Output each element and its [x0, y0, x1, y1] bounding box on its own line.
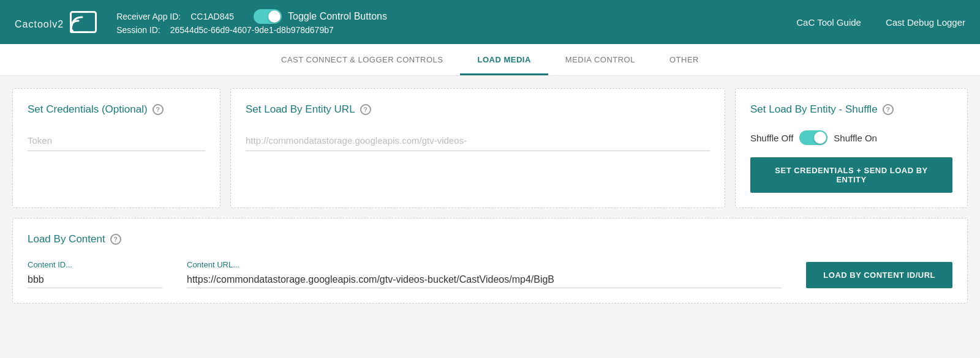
shuffle-toggle[interactable]: [799, 130, 827, 145]
shuffle-card-title: Set Load By Entity - Shuffle ?: [750, 103, 952, 116]
header-nav: CaC Tool Guide Cast Debug Logger: [796, 17, 965, 28]
cac-tool-guide-link[interactable]: CaC Tool Guide: [796, 17, 861, 28]
content-url-label: Content URL...: [187, 260, 782, 269]
toggle-label: Toggle Control Buttons: [288, 11, 387, 22]
content-id-value[interactable]: bbb: [28, 272, 162, 288]
shuffle-card: Set Load By Entity - Shuffle ? Shuffle O…: [735, 88, 968, 208]
toggle-control-buttons[interactable]: [254, 9, 282, 24]
tab-media-control[interactable]: MEDIA CONTROL: [548, 44, 652, 75]
session-label: Session ID:: [116, 25, 160, 35]
shuffle-help-icon[interactable]: ?: [883, 104, 894, 115]
cast-debug-logger-link[interactable]: Cast Debug Logger: [886, 17, 965, 28]
load-content-button[interactable]: LOAD BY CONTENT ID/URL: [806, 262, 952, 288]
entity-url-input[interactable]: [246, 130, 710, 151]
entity-url-help-icon[interactable]: ?: [360, 104, 371, 115]
load-content-card: Load By Content ? Content ID... bbb Cont…: [12, 218, 968, 304]
logo: Cactoolv2: [15, 11, 97, 33]
tab-cast-connect[interactable]: CAST CONNECT & LOGGER CONTROLS: [264, 44, 460, 75]
content-fields-row: Content ID... bbb Content URL... https:/…: [28, 260, 952, 288]
svg-point-1: [70, 29, 74, 33]
credentials-card: Set Credentials (Optional) ?: [12, 88, 221, 208]
shuffle-on-label: Shuffle On: [834, 133, 877, 143]
main-content: Set Credentials (Optional) ? Set Load By…: [0, 76, 980, 316]
credentials-help-icon[interactable]: ?: [153, 104, 164, 115]
content-id-group: Content ID... bbb: [28, 260, 162, 288]
receiver-app-id: CC1AD845: [190, 12, 234, 21]
logo-text: Cactoolv2: [15, 12, 64, 32]
entity-url-card-title: Set Load By Entity URL ?: [246, 103, 710, 116]
tab-other[interactable]: OTHER: [652, 44, 716, 75]
credentials-card-title: Set Credentials (Optional) ?: [28, 103, 205, 116]
top-cards-row: Set Credentials (Optional) ? Set Load By…: [12, 88, 968, 208]
session-id: 26544d5c-66d9-4607-9de1-d8b978d679b7: [170, 25, 334, 35]
content-url-group: Content URL... https://commondatastorage…: [187, 260, 782, 288]
app-header: Cactoolv2 Receiver App ID: CC1AD845 Togg…: [0, 0, 980, 44]
session-row: Session ID: 26544d5c-66d9-4607-9de1-d8b9…: [116, 25, 796, 35]
receiver-app-row: Receiver App ID: CC1AD845 Toggle Control…: [116, 9, 796, 24]
receiver-app-label: Receiver App ID:: [116, 12, 181, 21]
cast-icon: [70, 11, 97, 33]
tab-load-media[interactable]: LOAD MEDIA: [460, 44, 548, 75]
shuffle-toggle-row: Shuffle Off Shuffle On: [750, 130, 952, 145]
header-info: Receiver App ID: CC1AD845 Toggle Control…: [116, 9, 796, 35]
toggle-section: Toggle Control Buttons: [254, 9, 387, 24]
content-url-value[interactable]: https://commondatastorage.googleapis.com…: [187, 272, 782, 288]
content-id-label: Content ID...: [28, 260, 162, 269]
token-input[interactable]: [28, 130, 205, 151]
set-credentials-send-load-button[interactable]: SET CREDENTIALS + SEND LOAD BY ENTITY: [750, 157, 952, 193]
logo-version: v2: [52, 19, 64, 29]
load-content-help-icon[interactable]: ?: [110, 234, 121, 245]
load-content-card-title: Load By Content ?: [28, 233, 952, 245]
entity-url-card: Set Load By Entity URL ?: [230, 88, 725, 208]
shuffle-off-label: Shuffle Off: [750, 133, 793, 143]
tabs-bar: CAST CONNECT & LOGGER CONTROLS LOAD MEDI…: [0, 44, 980, 76]
